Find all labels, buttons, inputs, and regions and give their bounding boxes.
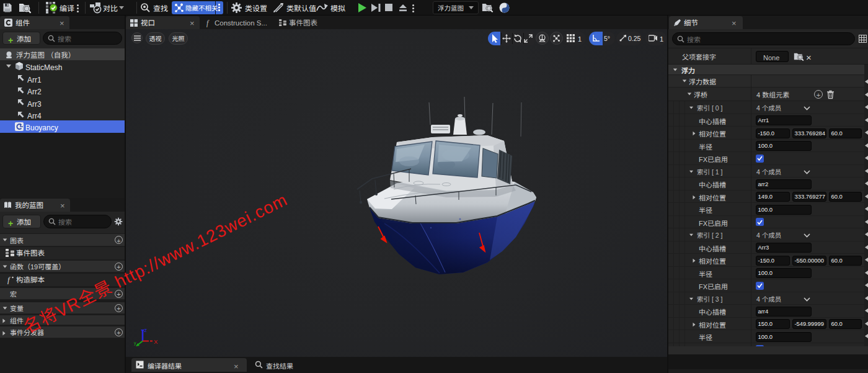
svg-text:z: z [144,327,148,333]
svg-text:y: y [134,341,136,346]
svg-text:f: f [206,19,210,27]
svg-text:X: X [154,338,158,345]
svg-text:f: f [7,276,11,284]
